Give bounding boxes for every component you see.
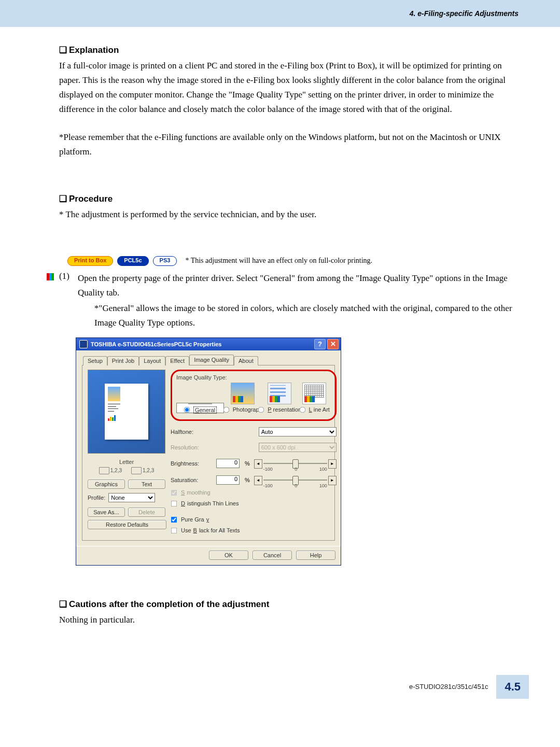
- square-bullet-icon: ❑: [59, 599, 67, 609]
- tags-row: Print to Box PCL5c PS3 * This adjustment…: [67, 256, 513, 265]
- step-1-sub: *"General" allows the image to be stored…: [94, 301, 513, 330]
- cautions-body: Nothing in particular.: [59, 613, 513, 627]
- tab-effect[interactable]: Effect: [165, 356, 189, 365]
- highlighted-region: Image Quality Type: GGeneraleneral Photo…: [171, 370, 337, 421]
- profile-select[interactable]: None: [108, 493, 155, 502]
- restore-defaults-button[interactable]: Restore Defaults: [88, 520, 166, 529]
- pure-gray-checkbox[interactable]: [171, 516, 177, 523]
- preview-paper-size: Letter: [88, 459, 165, 465]
- footer-model: e-STUDIO281c/351c/451c: [409, 683, 488, 690]
- procedure-body: * The adjustment is performed by the ser…: [59, 207, 513, 222]
- slider-left-button[interactable]: ◄: [254, 476, 262, 485]
- titlebar-close-button[interactable]: ✕: [327, 339, 339, 349]
- square-bullet-icon: ❑: [59, 194, 67, 204]
- titlebar-help-button[interactable]: ?: [314, 339, 326, 349]
- printer-properties-dialog: TOSHIBA e-STUDIO451cSeriesPCL5c Properti…: [76, 337, 341, 566]
- brightness-value[interactable]: 0: [216, 459, 240, 468]
- iqt-option-general[interactable]: GGeneraleneral: [176, 403, 224, 413]
- tab-panel-image-quality: ▬▬▬▬▬▬▬▬▬▬▬▬▬▬▬▬▬▬ Letter 1,2,3 1,2,3 Gr…: [82, 365, 335, 541]
- thin-lines-checkbox[interactable]: [171, 500, 177, 506]
- resolution-label: Resolution:: [171, 444, 212, 450]
- page-preview: ▬▬▬▬▬▬▬▬▬▬▬▬▬▬▬▬▬▬: [88, 370, 165, 454]
- dialog-tabs: Setup Print Job Layout Effect Image Qual…: [82, 355, 335, 365]
- brightness-label: Brightness:: [171, 460, 212, 467]
- dialog-title: TOSHIBA e-STUDIO451cSeriesPCL5c Properti…: [91, 341, 221, 347]
- explanation-note: *Please remember that the e-Filing funct…: [59, 130, 513, 159]
- app-icon: [79, 340, 88, 348]
- step-1: (1) Open the property page of the printe…: [47, 271, 513, 330]
- heading-cautions: ❑Cautions after the completion of the ad…: [59, 599, 513, 610]
- radio-presentation[interactable]: [258, 406, 264, 413]
- slider-right-button[interactable]: ►: [328, 459, 337, 469]
- delete-button[interactable]: Delete: [128, 508, 165, 517]
- step-1-text: Open the property page of the printer dr…: [78, 271, 513, 300]
- tag-print-to-box: Print to Box: [67, 256, 113, 265]
- heading-explanation: ❑Explanation: [59, 45, 513, 55]
- cancel-button[interactable]: Cancel: [253, 551, 292, 560]
- tag-pcl5c: PCL5c: [117, 256, 148, 265]
- halftone-label: Halftone:: [171, 429, 212, 435]
- resolution-select: 600 x 600 dpi: [259, 443, 337, 452]
- explanation-body: If a full-color image is printed on a cl…: [59, 59, 513, 117]
- tab-layout[interactable]: Layout: [139, 356, 165, 365]
- color-bars-icon: [47, 273, 54, 280]
- saturation-label: Saturation:: [171, 477, 212, 483]
- header-section: 4. e-Filing-specific Adjustments: [410, 9, 519, 18]
- brightness-slider[interactable]: ◄ ► -1000100: [254, 458, 337, 469]
- slider-left-button[interactable]: ◄: [254, 459, 262, 469]
- footer-page-number: 4.5: [496, 675, 529, 699]
- iqt-option-photograph[interactable]: Photograph: [224, 383, 261, 413]
- tags-note: * This adjustment will have an effect on…: [185, 257, 372, 265]
- radio-photograph[interactable]: [223, 406, 229, 413]
- square-bullet-icon: ❑: [59, 45, 67, 55]
- text-button[interactable]: Text: [128, 480, 165, 489]
- radio-general[interactable]: [184, 407, 190, 413]
- slider-right-button[interactable]: ►: [328, 476, 337, 485]
- thumbnail-presentation-icon: [268, 383, 291, 404]
- tag-ps3: PS3: [153, 256, 177, 265]
- page-footer: e-STUDIO281c/351c/451c 4.5: [0, 675, 560, 714]
- tab-about[interactable]: About: [234, 356, 258, 365]
- graphics-button[interactable]: Graphics: [88, 480, 125, 489]
- smoothing-checkbox: [171, 489, 177, 496]
- radio-lineart[interactable]: [299, 406, 305, 413]
- step-number: (1): [59, 271, 73, 281]
- printer-icon: [99, 467, 109, 474]
- thumbnail-lineart-icon: [302, 383, 326, 404]
- tab-setup[interactable]: Setup: [83, 356, 107, 365]
- dialog-button-row: OK Cancel Help: [76, 546, 341, 565]
- page-header: 4. e-Filing-specific Adjustments: [0, 0, 560, 27]
- copy-order-icons: 1,2,3 1,2,3: [88, 467, 165, 474]
- black-text-checkbox[interactable]: [171, 527, 177, 533]
- ok-button[interactable]: OK: [209, 551, 248, 560]
- dialog-titlebar: TOSHIBA e-STUDIO451cSeriesPCL5c Properti…: [76, 338, 341, 350]
- thumbnail-photograph-icon: [231, 383, 255, 404]
- page-body: ❑Explanation If a full-color image is pr…: [0, 27, 560, 649]
- iqt-option-presentation[interactable]: PresentationPresentation: [261, 383, 298, 413]
- halftone-select[interactable]: Auto: [259, 427, 337, 436]
- heading-procedure: ❑Procedure: [59, 193, 513, 204]
- iqt-option-lineart[interactable]: Line ArtLine Art: [298, 383, 331, 413]
- tab-print-job[interactable]: Print Job: [107, 356, 139, 365]
- thumbnail-general-icon: [188, 403, 212, 404]
- profile-label: Profile:: [88, 495, 105, 501]
- image-quality-type-label: Image Quality Type:: [176, 374, 331, 380]
- saturation-slider[interactable]: ◄ ► -1000100: [254, 475, 337, 485]
- printer-icon: [131, 467, 142, 474]
- tab-image-quality[interactable]: Image Quality: [189, 355, 234, 365]
- saturation-value[interactable]: 0: [216, 475, 240, 485]
- save-as-button[interactable]: Save As...: [88, 508, 125, 517]
- help-button[interactable]: Help: [296, 551, 335, 560]
